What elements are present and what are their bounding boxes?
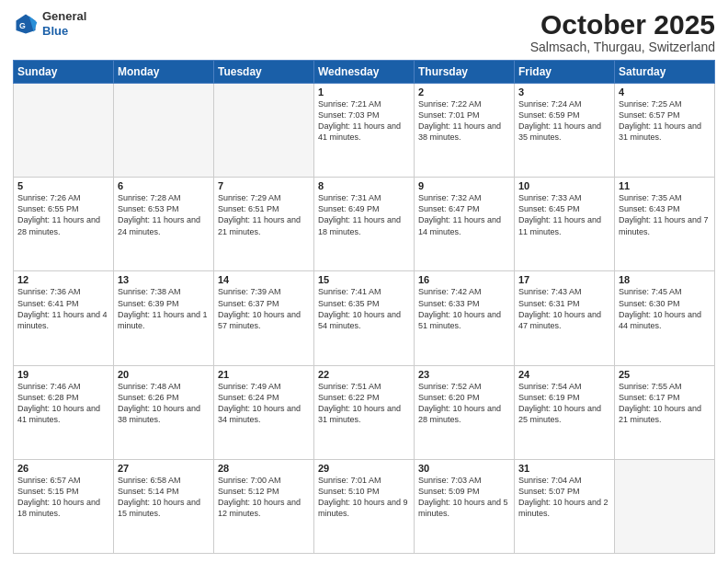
day-number: 15 [318,274,410,285]
day-info: Sunrise: 7:22 AM Sunset: 7:01 PM Dayligh… [418,98,510,144]
day-number: 16 [418,274,510,285]
day-number: 21 [218,369,310,380]
day-number: 9 [418,180,510,191]
page: G General Blue October 2025 Salmsach, Th… [0,0,728,563]
svg-text:G: G [19,21,26,30]
day-number: 8 [318,180,410,191]
calendar-cell: 10Sunrise: 7:33 AM Sunset: 6:45 PM Dayli… [515,178,615,271]
calendar-cell: 15Sunrise: 7:41 AM Sunset: 6:35 PM Dayli… [314,271,415,365]
logo: G General Blue [13,9,86,38]
day-info: Sunrise: 7:28 AM Sunset: 6:53 PM Dayligh… [118,192,210,237]
day-info: Sunrise: 7:52 AM Sunset: 6:20 PM Dayligh… [418,381,510,426]
calendar-cell: 11Sunrise: 7:35 AM Sunset: 6:43 PM Dayli… [615,178,715,271]
day-number: 6 [118,180,210,191]
day-info: Sunrise: 7:01 AM Sunset: 5:10 PM Dayligh… [318,475,410,520]
day-info: Sunrise: 7:32 AM Sunset: 6:47 PM Dayligh… [418,192,510,237]
day-number: 17 [518,274,610,285]
day-number: 30 [418,463,510,474]
day-number: 31 [518,463,610,474]
day-info: Sunrise: 7:21 AM Sunset: 7:03 PM Dayligh… [318,98,410,144]
day-number: 27 [118,463,210,474]
day-info: Sunrise: 7:03 AM Sunset: 5:09 PM Dayligh… [418,475,510,520]
calendar-week-4: 26Sunrise: 6:57 AM Sunset: 5:15 PM Dayli… [14,459,715,553]
day-number: 7 [218,180,310,191]
month-title: October 2025 [530,9,715,40]
day-number: 29 [318,463,410,474]
day-info: Sunrise: 7:48 AM Sunset: 6:26 PM Dayligh… [118,381,210,426]
day-info: Sunrise: 7:35 AM Sunset: 6:43 PM Dayligh… [619,192,711,237]
calendar-cell: 13Sunrise: 7:38 AM Sunset: 6:39 PM Dayli… [114,271,214,365]
day-info: Sunrise: 7:38 AM Sunset: 6:39 PM Dayligh… [118,286,210,331]
calendar-cell: 23Sunrise: 7:52 AM Sunset: 6:20 PM Dayli… [415,365,515,459]
calendar-cell: 21Sunrise: 7:49 AM Sunset: 6:24 PM Dayli… [214,365,314,459]
calendar-cell [214,84,314,178]
calendar-cell: 26Sunrise: 6:57 AM Sunset: 5:15 PM Dayli… [14,459,114,553]
col-sunday: Sunday [14,61,114,84]
calendar-cell: 18Sunrise: 7:45 AM Sunset: 6:30 PM Dayli… [615,271,715,365]
calendar-header-row: Sunday Monday Tuesday Wednesday Thursday… [14,61,715,84]
col-tuesday: Tuesday [214,61,314,84]
day-info: Sunrise: 7:55 AM Sunset: 6:17 PM Dayligh… [619,381,711,426]
calendar-cell [615,459,715,553]
day-number: 11 [619,180,711,191]
col-saturday: Saturday [615,61,715,84]
day-info: Sunrise: 6:57 AM Sunset: 5:15 PM Dayligh… [17,475,109,520]
day-info: Sunrise: 7:26 AM Sunset: 6:55 PM Dayligh… [17,192,109,237]
day-info: Sunrise: 7:29 AM Sunset: 6:51 PM Dayligh… [218,192,310,237]
day-number: 13 [118,274,210,285]
day-info: Sunrise: 7:49 AM Sunset: 6:24 PM Dayligh… [218,381,310,426]
calendar-cell: 6Sunrise: 7:28 AM Sunset: 6:53 PM Daylig… [114,178,214,271]
day-number: 1 [318,86,410,98]
logo-icon: G [13,11,39,37]
day-info: Sunrise: 7:31 AM Sunset: 6:49 PM Dayligh… [318,192,410,237]
calendar-week-3: 19Sunrise: 7:46 AM Sunset: 6:28 PM Dayli… [14,365,715,459]
calendar-cell: 28Sunrise: 7:00 AM Sunset: 5:12 PM Dayli… [214,459,314,553]
title-block: October 2025 Salmsach, Thurgau, Switzerl… [530,9,715,54]
day-number: 4 [619,86,711,98]
day-info: Sunrise: 7:42 AM Sunset: 6:33 PM Dayligh… [418,286,510,331]
day-number: 28 [218,463,310,474]
calendar-week-1: 5Sunrise: 7:26 AM Sunset: 6:55 PM Daylig… [14,178,715,271]
calendar-cell: 19Sunrise: 7:46 AM Sunset: 6:28 PM Dayli… [14,365,114,459]
day-number: 3 [518,86,610,98]
calendar-cell: 3Sunrise: 7:24 AM Sunset: 6:59 PM Daylig… [515,84,615,178]
day-info: Sunrise: 7:25 AM Sunset: 6:57 PM Dayligh… [619,98,711,144]
day-info: Sunrise: 7:33 AM Sunset: 6:45 PM Dayligh… [518,192,610,237]
calendar-cell: 14Sunrise: 7:39 AM Sunset: 6:37 PM Dayli… [214,271,314,365]
day-number: 19 [17,369,109,380]
calendar-cell: 22Sunrise: 7:51 AM Sunset: 6:22 PM Dayli… [314,365,415,459]
day-number: 20 [118,369,210,380]
day-number: 23 [418,369,510,380]
calendar-cell: 29Sunrise: 7:01 AM Sunset: 5:10 PM Dayli… [314,459,415,553]
day-info: Sunrise: 7:43 AM Sunset: 6:31 PM Dayligh… [518,286,610,331]
calendar-week-0: 1Sunrise: 7:21 AM Sunset: 7:03 PM Daylig… [14,84,715,178]
day-number: 22 [318,369,410,380]
location: Salmsach, Thurgau, Switzerland [530,40,715,54]
day-number: 25 [619,369,711,380]
col-friday: Friday [515,61,615,84]
calendar-cell: 27Sunrise: 6:58 AM Sunset: 5:14 PM Dayli… [114,459,214,553]
day-info: Sunrise: 7:51 AM Sunset: 6:22 PM Dayligh… [318,381,410,426]
col-wednesday: Wednesday [314,61,415,84]
day-number: 10 [518,180,610,191]
day-info: Sunrise: 7:36 AM Sunset: 6:41 PM Dayligh… [17,286,109,331]
day-info: Sunrise: 7:04 AM Sunset: 5:07 PM Dayligh… [518,475,610,520]
calendar-cell: 16Sunrise: 7:42 AM Sunset: 6:33 PM Dayli… [415,271,515,365]
day-number: 5 [17,180,109,191]
logo-blue: Blue [42,24,86,39]
day-info: Sunrise: 7:45 AM Sunset: 6:30 PM Dayligh… [619,286,711,331]
col-thursday: Thursday [415,61,515,84]
calendar-cell: 17Sunrise: 7:43 AM Sunset: 6:31 PM Dayli… [515,271,615,365]
day-info: Sunrise: 7:54 AM Sunset: 6:19 PM Dayligh… [518,381,610,426]
day-info: Sunrise: 7:24 AM Sunset: 6:59 PM Dayligh… [518,98,610,144]
day-info: Sunrise: 6:58 AM Sunset: 5:14 PM Dayligh… [118,475,210,520]
calendar-cell: 30Sunrise: 7:03 AM Sunset: 5:09 PM Dayli… [415,459,515,553]
day-number: 2 [418,86,510,98]
calendar-cell: 31Sunrise: 7:04 AM Sunset: 5:07 PM Dayli… [515,459,615,553]
calendar-cell [14,84,114,178]
calendar-cell: 1Sunrise: 7:21 AM Sunset: 7:03 PM Daylig… [314,84,415,178]
calendar-cell: 8Sunrise: 7:31 AM Sunset: 6:49 PM Daylig… [314,178,415,271]
calendar-cell: 7Sunrise: 7:29 AM Sunset: 6:51 PM Daylig… [214,178,314,271]
day-number: 12 [17,274,109,285]
day-number: 26 [17,463,109,474]
